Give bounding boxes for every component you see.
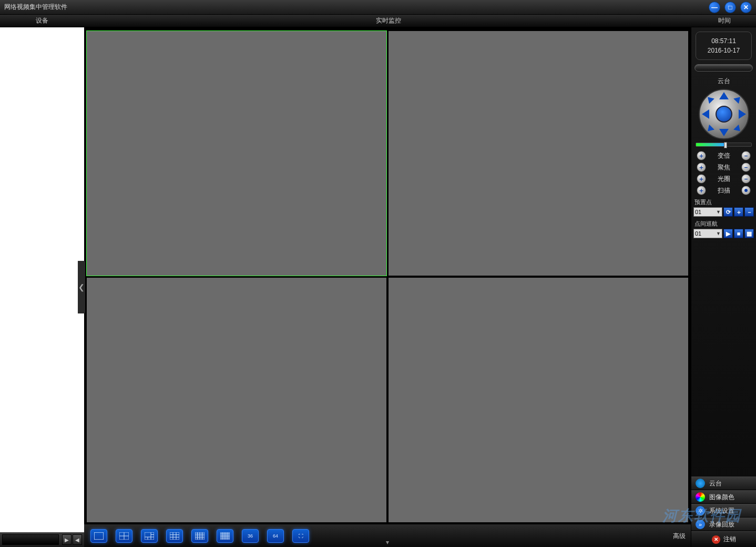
toolbar-chevron-down[interactable]: ▾ <box>386 539 389 546</box>
layout-4-button[interactable] <box>116 529 132 543</box>
clock-date: 2016-10-17 <box>698 46 749 55</box>
next-button[interactable]: ◀ <box>73 534 82 545</box>
preset-row: 01▼ ⟳ ＋ － <box>691 206 756 218</box>
fullscreen-button[interactable]: ⛶ <box>292 529 309 543</box>
cruise-edit-button[interactable]: ▦ <box>744 229 754 238</box>
ptz-right-button[interactable] <box>739 109 746 119</box>
video-cell-3[interactable] <box>86 277 387 523</box>
right-panel: 08:57:11 2016-10-17 云台 ＋ 变倍 － ＋ 聚焦 － <box>691 27 756 547</box>
goto-icon: ⟳ <box>726 209 731 216</box>
layout-16-button[interactable] <box>191 529 208 543</box>
scan-row: ＋ 扫描 <box>691 185 756 196</box>
maximize-icon: □ <box>728 4 732 11</box>
header-row: 设备 实时监控 时间 <box>0 15 756 27</box>
collapse-handle[interactable]: ❮ <box>78 261 85 313</box>
clock-time: 08:57:11 <box>698 36 749 46</box>
plus-icon: ＋ <box>698 186 704 195</box>
zoom-in-button[interactable]: ＋ <box>697 151 706 160</box>
film-icon: » <box>696 520 705 529</box>
menu-playback-label: 录像回放 <box>709 520 734 529</box>
menu-system-settings[interactable]: ✲ 系统设置 <box>691 504 756 518</box>
cruise-select[interactable]: 01▼ <box>693 229 722 238</box>
logout-button[interactable]: ✕ 注销 <box>691 531 756 547</box>
video-cell-2[interactable] <box>388 31 689 276</box>
layout-6-button[interactable] <box>141 529 158 543</box>
layout-36-button[interactable]: 36 <box>242 529 259 543</box>
preset-add-button[interactable]: ＋ <box>734 207 743 217</box>
svg-rect-9 <box>170 532 179 540</box>
scan-toggle-button[interactable] <box>741 186 751 195</box>
ptz-down-button[interactable] <box>719 129 729 136</box>
close-icon: ✕ <box>743 4 749 11</box>
cruise-row: 01▼ ▶ ■ ▦ <box>691 228 756 239</box>
menu-playback[interactable]: » 录像回放 <box>691 518 756 531</box>
prev-button[interactable]: ▶ <box>62 534 71 545</box>
color-wheel-icon <box>696 492 705 502</box>
ptz-speed-slider[interactable] <box>696 143 752 147</box>
svg-rect-21 <box>220 532 230 540</box>
scan-plus-button[interactable]: ＋ <box>697 186 706 195</box>
chevron-left-icon: ❮ <box>78 283 85 291</box>
header-live: 实时监控 <box>84 15 693 27</box>
preset-select[interactable]: 01▼ <box>693 207 722 217</box>
layout-64-button[interactable]: 64 <box>267 529 284 543</box>
device-tree[interactable] <box>0 27 84 532</box>
slider-thumb[interactable] <box>724 142 727 148</box>
add-icon: ＋ <box>736 208 742 216</box>
layout-1-icon <box>94 532 104 540</box>
menu-image-color[interactable]: 图像颜色 <box>691 490 756 504</box>
minimize-button[interactable]: — <box>709 2 720 13</box>
ptz-left-button[interactable] <box>702 109 709 119</box>
minus-icon: － <box>743 163 749 172</box>
plus-icon: ＋ <box>698 175 704 184</box>
ptz-downleft-button[interactable] <box>705 125 714 134</box>
menu-settings-label: 系统设置 <box>709 507 734 515</box>
focus-in-button[interactable]: ＋ <box>697 163 706 172</box>
plus-icon: ＋ <box>698 163 704 172</box>
device-panel: ❮ ▶ ◀ <box>0 27 84 547</box>
layout-25-icon <box>220 532 230 540</box>
app-title: 网络视频集中管理软件 <box>4 3 709 12</box>
layout-16-icon <box>195 532 205 540</box>
zoom-row: ＋ 变倍 － <box>691 150 756 161</box>
focus-row: ＋ 聚焦 － <box>691 161 756 173</box>
fullscreen-icon: ⛶ <box>299 533 303 539</box>
focus-out-button[interactable]: － <box>741 163 751 172</box>
preset-del-button[interactable]: － <box>744 207 754 217</box>
video-cell-4[interactable] <box>388 277 689 523</box>
zoom-out-button[interactable]: － <box>741 151 751 160</box>
device-info-bar <box>2 534 59 545</box>
iris-close-button[interactable]: － <box>741 174 751 184</box>
svg-rect-4 <box>145 532 154 540</box>
ptz-icon <box>696 479 705 488</box>
close-button[interactable]: ✕ <box>740 2 752 13</box>
layout-9-icon <box>170 532 179 540</box>
layout-toolbar: 36 64 ⛶ ▾ 高级 <box>84 524 691 547</box>
ptz-title: 云台 <box>691 75 756 89</box>
ptz-downright-button[interactable] <box>733 125 743 134</box>
layout-1-button[interactable] <box>90 529 107 543</box>
ptz-upright-button[interactable] <box>733 95 743 104</box>
focus-label: 聚焦 <box>718 163 730 172</box>
plus-icon: ＋ <box>698 151 704 160</box>
video-cell-1[interactable] <box>86 31 387 276</box>
menu-ptz[interactable]: 云台 <box>691 477 756 490</box>
maximize-button[interactable]: □ <box>724 2 736 13</box>
cruise-stop-button[interactable]: ■ <box>734 229 743 238</box>
preset-goto-button[interactable]: ⟳ <box>723 207 733 217</box>
ptz-up-button[interactable] <box>719 92 729 99</box>
channel-selector[interactable] <box>694 64 753 72</box>
ptz-upleft-button[interactable] <box>705 95 714 104</box>
minimize-icon: — <box>711 4 718 11</box>
chevron-down-icon: ▾ <box>386 539 389 546</box>
grid-icon: ▦ <box>747 230 752 237</box>
advanced-label[interactable]: 高级 <box>673 532 686 541</box>
layout-9-button[interactable] <box>166 529 183 543</box>
iris-open-button[interactable]: ＋ <box>697 174 706 184</box>
cruise-play-button[interactable]: ▶ <box>723 229 733 238</box>
preset-value: 01 <box>695 209 701 215</box>
layout-25-button[interactable] <box>217 529 233 543</box>
header-time: 时间 <box>693 15 756 27</box>
layout-6-icon <box>145 532 154 540</box>
window-buttons: — □ ✕ <box>709 2 752 13</box>
